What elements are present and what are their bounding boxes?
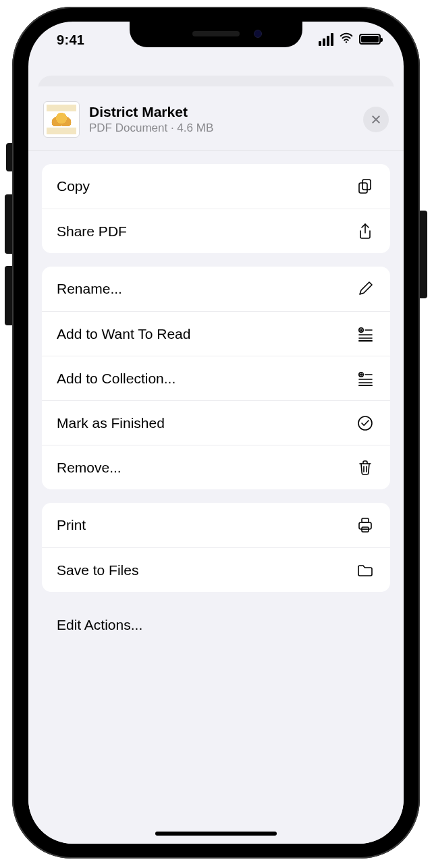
status-time: 9:41 (57, 32, 84, 48)
battery-icon (359, 34, 381, 45)
screen: 9:41 (28, 22, 404, 844)
save-to-files-label: Save to Files (57, 562, 355, 578)
document-thumbnail (43, 101, 80, 138)
edit-actions-row[interactable]: Edit Actions... (42, 605, 390, 645)
print-row[interactable]: Print (42, 503, 390, 547)
plus-list-icon (355, 369, 375, 389)
share-pdf-row[interactable]: Share PDF (42, 209, 390, 253)
print-label: Print (57, 517, 355, 533)
remove-label: Remove... (57, 460, 355, 476)
remove-row[interactable]: Remove... (42, 445, 390, 489)
home-indicator[interactable] (155, 832, 277, 836)
copy-icon (355, 176, 375, 196)
copy-label: Copy (57, 178, 355, 194)
want-to-read-row[interactable]: Add to Want To Read (42, 311, 390, 356)
trash-icon (355, 458, 375, 478)
sheet-body: Copy Share PDF (28, 151, 404, 645)
svg-point-17 (358, 416, 372, 430)
add-collection-label: Add to Collection... (57, 371, 355, 387)
check-circle-icon (355, 413, 375, 433)
phone-bezel: 9:41 (24, 18, 408, 848)
add-collection-row[interactable]: Add to Collection... (42, 356, 390, 400)
want-to-read-label: Add to Want To Read (57, 326, 355, 342)
close-icon (370, 113, 382, 126)
folder-icon (355, 560, 375, 580)
status-right (319, 30, 381, 48)
document-title: District Market (89, 104, 354, 120)
svg-rect-20 (359, 522, 371, 529)
svg-point-0 (346, 41, 347, 43)
close-button[interactable] (363, 107, 389, 132)
cellular-icon (319, 33, 333, 46)
document-info: District Market PDF Document · 4.6 MB (89, 104, 354, 135)
copy-row[interactable]: Copy (42, 164, 390, 209)
phone-frame: 9:41 (12, 7, 420, 859)
action-group-system: Print Save to Files (42, 503, 390, 592)
notch (130, 22, 302, 47)
earpiece-speaker (192, 31, 240, 36)
rename-row[interactable]: Rename... (42, 267, 390, 311)
action-group-book: Rename... Add to Want To Read (42, 267, 390, 489)
sheet-header: District Market PDF Document · 4.6 MB (28, 86, 404, 151)
wifi-icon (339, 30, 354, 48)
share-icon (355, 221, 375, 242)
mark-finished-row[interactable]: Mark as Finished (42, 400, 390, 445)
pencil-icon (355, 279, 375, 299)
share-sheet: District Market PDF Document · 4.6 MB (28, 86, 404, 844)
front-sensor (254, 30, 262, 38)
printer-icon (355, 515, 375, 535)
rename-label: Rename... (57, 281, 355, 297)
share-pdf-label: Share PDF (57, 223, 355, 240)
document-subtitle: PDF Document · 4.6 MB (89, 121, 354, 135)
action-group-basic: Copy Share PDF (42, 164, 390, 253)
edit-actions-label: Edit Actions... (57, 617, 142, 633)
star-list-icon (355, 324, 375, 344)
svg-rect-21 (362, 518, 369, 522)
mark-finished-label: Mark as Finished (57, 415, 355, 431)
side-button (419, 211, 427, 298)
svg-rect-3 (362, 180, 371, 190)
save-to-files-row[interactable]: Save to Files (42, 547, 390, 592)
svg-rect-4 (359, 183, 367, 193)
